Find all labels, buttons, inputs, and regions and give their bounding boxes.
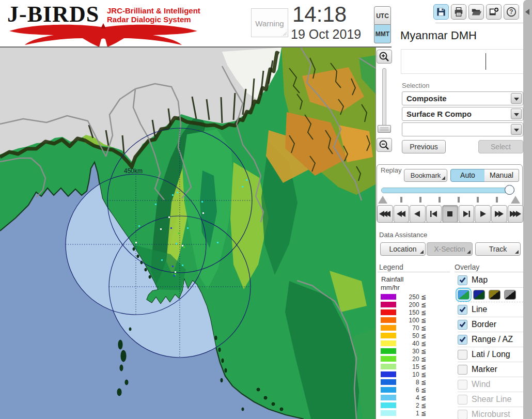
overlay-item-range-az[interactable]: Range / AZ xyxy=(458,332,523,347)
skip-to-start-icon xyxy=(428,211,440,217)
checkbox[interactable] xyxy=(458,350,467,360)
rewind-icon xyxy=(396,211,407,217)
legend-label: Legend xyxy=(379,263,403,271)
legend-swatch xyxy=(381,340,396,346)
overlay-item-lati-long[interactable]: Lati / Long xyxy=(458,347,523,362)
checkbox[interactable] xyxy=(458,410,467,419)
x-section-button[interactable]: X-Section xyxy=(427,242,473,256)
checkbox[interactable] xyxy=(458,335,467,345)
replay-group: Replay Bookmark Auto Manual xyxy=(377,164,523,223)
checkbox[interactable] xyxy=(458,320,467,330)
replay-tick xyxy=(439,197,441,203)
resize-grip-icon[interactable] xyxy=(282,31,287,36)
checkbox[interactable] xyxy=(458,275,467,285)
dropdown-product[interactable]: Surface R Compo xyxy=(402,107,523,121)
stop-button[interactable] xyxy=(442,205,458,223)
legend-swatch xyxy=(381,402,396,408)
map-style-picker xyxy=(458,288,523,302)
legend-row: 2 ≦ xyxy=(381,401,426,409)
dropdown-extra[interactable] xyxy=(402,122,523,136)
map-style-swatch[interactable] xyxy=(473,290,485,300)
skip-to-end-button[interactable] xyxy=(459,205,475,223)
fastest-forward-icon xyxy=(510,211,521,217)
mmt-button[interactable]: MMT xyxy=(374,25,391,43)
legend-title: Rainfall xyxy=(381,275,403,283)
add-image-button[interactable] xyxy=(486,4,502,20)
overlay-item-shear-line[interactable]: Shear Line xyxy=(458,392,523,407)
legend-swatch xyxy=(381,387,396,393)
zoom-slider-track[interactable] xyxy=(382,68,386,130)
legend-row: 200 ≦ xyxy=(381,301,426,308)
legend-scale: 250 ≦200 ≦150 ≦100 ≦70 ≦50 ≦40 ≦30 ≦20 ≦… xyxy=(381,293,426,417)
map-style-swatch[interactable] xyxy=(489,290,500,300)
panel-collapse-strip[interactable] xyxy=(523,0,532,419)
chevron-down-icon[interactable] xyxy=(511,93,522,104)
radar-map[interactable]: 450km xyxy=(0,48,375,419)
legend-value: 100 ≦ xyxy=(396,317,426,324)
bookmark-button[interactable]: Bookmark xyxy=(404,169,447,182)
chevron-down-icon[interactable] xyxy=(511,124,522,135)
play-forward-icon xyxy=(477,211,489,217)
legend-swatch xyxy=(381,379,396,385)
manual-button[interactable]: Manual xyxy=(484,169,519,182)
fast-forward-button[interactable] xyxy=(491,205,507,223)
warning-panel[interactable]: Warning xyxy=(251,8,288,37)
legend-row: 8 ≦ xyxy=(381,378,426,386)
dropdown-composite[interactable]: Composite xyxy=(402,91,523,105)
print-icon xyxy=(453,6,464,18)
location-button[interactable]: Location xyxy=(380,242,426,256)
info-divider xyxy=(486,53,486,70)
map-style-swatch[interactable] xyxy=(504,290,516,300)
checkbox[interactable] xyxy=(458,395,467,405)
utc-button[interactable]: UTC xyxy=(374,6,391,25)
collapse-arrow-icon xyxy=(525,9,529,15)
replay-slider-track[interactable] xyxy=(381,188,514,193)
zoom-in-button[interactable] xyxy=(377,50,392,64)
print-button[interactable] xyxy=(451,4,466,20)
open-folder-button[interactable] xyxy=(468,4,484,20)
previous-button[interactable]: Previous xyxy=(402,140,446,153)
map-style-swatch[interactable] xyxy=(458,290,470,300)
replay-end-marker[interactable] xyxy=(511,196,520,204)
checkbox[interactable] xyxy=(458,380,467,390)
checkbox[interactable] xyxy=(458,365,467,375)
play-backward-button[interactable] xyxy=(410,205,426,223)
checkbox[interactable] xyxy=(458,305,467,315)
legend-unit: mm/hr xyxy=(381,284,400,291)
fast-rewind-button[interactable] xyxy=(377,205,393,223)
legend-row: 50 ≦ xyxy=(381,332,426,339)
legend-row: 4 ≦ xyxy=(381,394,426,401)
legend-value: 250 ≦ xyxy=(396,293,426,301)
rewind-button[interactable] xyxy=(394,205,410,223)
check-icon xyxy=(458,335,467,344)
auto-button[interactable]: Auto xyxy=(450,169,485,182)
help-icon: ? xyxy=(506,6,517,18)
overlay-item-marker[interactable]: Marker xyxy=(458,362,523,377)
skip-to-start-button[interactable] xyxy=(426,205,442,223)
replay-slider-handle[interactable] xyxy=(505,185,514,195)
chevron-down-icon[interactable] xyxy=(511,108,522,119)
replay-start-marker[interactable] xyxy=(378,196,387,204)
track-button[interactable]: Track xyxy=(475,242,521,256)
zoom-slider-thumb[interactable] xyxy=(378,125,391,133)
help-button[interactable]: ? xyxy=(504,4,519,20)
legend-value: 4 ≦ xyxy=(396,394,426,401)
overlay-item-line[interactable]: Line xyxy=(458,302,523,317)
select-button[interactable]: Select xyxy=(478,140,523,153)
legend-swatch xyxy=(381,309,396,315)
legend-swatch xyxy=(381,317,396,323)
save-button[interactable] xyxy=(433,4,449,20)
overlay-item-wind[interactable]: Wind xyxy=(458,377,523,392)
fast-forward-icon xyxy=(493,211,505,217)
overlay-list: MapLineBorderRange / AZLati / LongMarker… xyxy=(458,273,523,419)
overlay-item-map[interactable]: Map xyxy=(458,273,523,288)
play-forward-button[interactable] xyxy=(475,205,491,223)
zoom-out-button[interactable] xyxy=(377,138,392,152)
info-display xyxy=(401,49,524,74)
fastest-forward-button[interactable] xyxy=(508,205,524,223)
overlay-item-border[interactable]: Border xyxy=(458,317,523,332)
legend-value: 2 ≦ xyxy=(396,402,426,409)
overlay-item-microburst[interactable]: Microburst xyxy=(458,407,523,419)
selection-label: Selection xyxy=(402,82,429,89)
overlay-item-label: Map xyxy=(472,275,488,285)
